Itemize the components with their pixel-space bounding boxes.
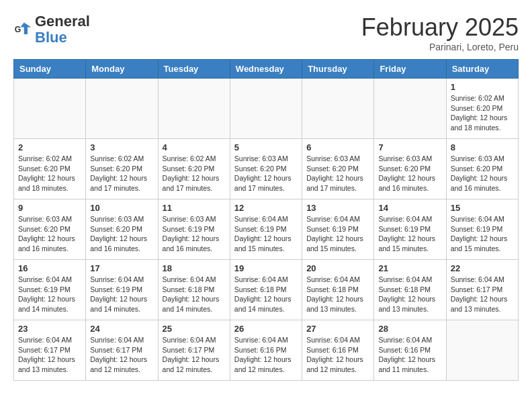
day-number: 24 [90, 324, 153, 334]
calendar-cell: 27Sunrise: 6:04 AM Sunset: 6:16 PM Dayli… [302, 320, 374, 381]
svg-marker-1 [21, 23, 32, 35]
calendar-cell: 22Sunrise: 6:04 AM Sunset: 6:17 PM Dayli… [446, 260, 518, 320]
day-info: Sunrise: 6:02 AM Sunset: 6:20 PM Dayligh… [451, 93, 514, 133]
day-info: Sunrise: 6:04 AM Sunset: 6:16 PM Dayligh… [234, 335, 298, 375]
calendar-cell: 1Sunrise: 6:02 AM Sunset: 6:20 PM Daylig… [446, 79, 518, 139]
day-info: Sunrise: 6:02 AM Sunset: 6:20 PM Dayligh… [163, 154, 226, 193]
day-info: Sunrise: 6:04 AM Sunset: 6:19 PM Dayligh… [306, 214, 369, 254]
calendar-cell: 9Sunrise: 6:03 AM Sunset: 6:20 PM Daylig… [14, 199, 86, 260]
day-info: Sunrise: 6:04 AM Sunset: 6:19 PM Dayligh… [18, 275, 81, 314]
calendar-cell: 4Sunrise: 6:02 AM Sunset: 6:20 PM Daylig… [158, 139, 230, 199]
day-number: 1 [451, 82, 514, 92]
day-number: 28 [378, 324, 441, 334]
calendar-cell: 15Sunrise: 6:04 AM Sunset: 6:19 PM Dayli… [446, 199, 518, 260]
day-number: 5 [234, 142, 298, 152]
calendar-cell: 6Sunrise: 6:03 AM Sunset: 6:20 PM Daylig… [302, 139, 374, 199]
day-info: Sunrise: 6:04 AM Sunset: 6:19 PM Dayligh… [234, 214, 298, 254]
calendar-cell: 13Sunrise: 6:04 AM Sunset: 6:19 PM Dayli… [302, 199, 374, 260]
calendar-cell [446, 320, 518, 381]
calendar-cell: 2Sunrise: 6:02 AM Sunset: 6:20 PM Daylig… [14, 139, 86, 199]
calendar-cell: 19Sunrise: 6:04 AM Sunset: 6:18 PM Dayli… [230, 260, 302, 320]
day-info: Sunrise: 6:04 AM Sunset: 6:19 PM Dayligh… [451, 214, 514, 254]
day-info: Sunrise: 6:02 AM Sunset: 6:20 PM Dayligh… [90, 154, 153, 193]
day-number: 14 [378, 203, 441, 213]
day-info: Sunrise: 6:04 AM Sunset: 6:18 PM Dayligh… [306, 275, 369, 314]
day-number: 2 [18, 142, 81, 152]
calendar-cell [158, 79, 230, 139]
day-number: 23 [18, 324, 81, 334]
month-title: February 2025 [361, 13, 519, 42]
calendar-table: SundayMondayTuesdayWednesdayThursdayFrid… [13, 59, 519, 381]
weekday-header-tuesday: Tuesday [158, 60, 230, 79]
day-number: 11 [163, 203, 226, 213]
logo: G General Blue [13, 13, 90, 46]
day-number: 8 [451, 142, 514, 152]
calendar-cell: 5Sunrise: 6:03 AM Sunset: 6:20 PM Daylig… [230, 139, 302, 199]
calendar-cell: 7Sunrise: 6:03 AM Sunset: 6:20 PM Daylig… [374, 139, 446, 199]
calendar-cell: 12Sunrise: 6:04 AM Sunset: 6:19 PM Dayli… [230, 199, 302, 260]
calendar-cell [86, 79, 158, 139]
day-info: Sunrise: 6:03 AM Sunset: 6:20 PM Dayligh… [306, 154, 369, 193]
day-info: Sunrise: 6:03 AM Sunset: 6:20 PM Dayligh… [90, 214, 153, 254]
day-number: 15 [451, 203, 514, 213]
calendar-cell: 20Sunrise: 6:04 AM Sunset: 6:18 PM Dayli… [302, 260, 374, 320]
calendar-cell: 25Sunrise: 6:04 AM Sunset: 6:17 PM Dayli… [158, 320, 230, 381]
calendar-cell: 21Sunrise: 6:04 AM Sunset: 6:18 PM Dayli… [374, 260, 446, 320]
logo-blue: Blue [35, 29, 67, 46]
day-number: 12 [234, 203, 298, 213]
calendar-cell: 26Sunrise: 6:04 AM Sunset: 6:16 PM Dayli… [230, 320, 302, 381]
day-info: Sunrise: 6:03 AM Sunset: 6:20 PM Dayligh… [378, 154, 441, 193]
day-number: 27 [306, 324, 369, 334]
calendar-cell: 18Sunrise: 6:04 AM Sunset: 6:18 PM Dayli… [158, 260, 230, 320]
day-number: 6 [306, 142, 369, 152]
calendar-cell [302, 79, 374, 139]
day-info: Sunrise: 6:02 AM Sunset: 6:20 PM Dayligh… [18, 154, 81, 193]
calendar-cell: 28Sunrise: 6:04 AM Sunset: 6:16 PM Dayli… [374, 320, 446, 381]
day-info: Sunrise: 6:04 AM Sunset: 6:16 PM Dayligh… [378, 335, 441, 375]
day-number: 20 [306, 263, 369, 273]
title-area: February 2025 Parinari, Loreto, Peru [361, 13, 519, 52]
day-info: Sunrise: 6:04 AM Sunset: 6:18 PM Dayligh… [378, 275, 441, 314]
day-info: Sunrise: 6:04 AM Sunset: 6:17 PM Dayligh… [451, 275, 514, 314]
weekday-header-friday: Friday [374, 60, 446, 79]
day-info: Sunrise: 6:04 AM Sunset: 6:18 PM Dayligh… [234, 275, 298, 314]
weekday-header-sunday: Sunday [14, 60, 86, 79]
day-info: Sunrise: 6:04 AM Sunset: 6:19 PM Dayligh… [378, 214, 441, 254]
weekday-header-saturday: Saturday [446, 60, 518, 79]
day-number: 10 [90, 203, 153, 213]
day-info: Sunrise: 6:04 AM Sunset: 6:17 PM Dayligh… [90, 335, 153, 375]
logo-general: General [35, 13, 90, 30]
calendar-cell: 23Sunrise: 6:04 AM Sunset: 6:17 PM Dayli… [14, 320, 86, 381]
calendar-cell: 17Sunrise: 6:04 AM Sunset: 6:19 PM Dayli… [86, 260, 158, 320]
page-header: G General Blue February 2025 Parinari, L… [13, 13, 519, 52]
day-number: 22 [451, 263, 514, 273]
day-number: 16 [18, 263, 81, 273]
day-info: Sunrise: 6:03 AM Sunset: 6:20 PM Dayligh… [234, 154, 298, 193]
calendar-week-3: 9Sunrise: 6:03 AM Sunset: 6:20 PM Daylig… [14, 199, 519, 260]
day-number: 26 [234, 324, 298, 334]
calendar-cell [230, 79, 302, 139]
day-number: 9 [18, 203, 81, 213]
day-info: Sunrise: 6:04 AM Sunset: 6:18 PM Dayligh… [163, 275, 226, 314]
day-info: Sunrise: 6:04 AM Sunset: 6:16 PM Dayligh… [306, 335, 369, 375]
day-info: Sunrise: 6:03 AM Sunset: 6:20 PM Dayligh… [451, 154, 514, 193]
weekday-header-monday: Monday [86, 60, 158, 79]
day-number: 25 [163, 324, 226, 334]
calendar-week-5: 23Sunrise: 6:04 AM Sunset: 6:17 PM Dayli… [14, 320, 519, 381]
day-number: 19 [234, 263, 298, 273]
day-number: 4 [163, 142, 226, 152]
calendar-cell: 8Sunrise: 6:03 AM Sunset: 6:20 PM Daylig… [446, 139, 518, 199]
weekday-header-thursday: Thursday [302, 60, 374, 79]
calendar-cell: 10Sunrise: 6:03 AM Sunset: 6:20 PM Dayli… [86, 199, 158, 260]
day-number: 13 [306, 203, 369, 213]
calendar-cell: 11Sunrise: 6:03 AM Sunset: 6:19 PM Dayli… [158, 199, 230, 260]
calendar-cell [374, 79, 446, 139]
day-number: 18 [163, 263, 226, 273]
day-info: Sunrise: 6:04 AM Sunset: 6:19 PM Dayligh… [90, 275, 153, 314]
logo-icon: G [13, 20, 32, 39]
day-info: Sunrise: 6:03 AM Sunset: 6:20 PM Dayligh… [18, 214, 81, 254]
calendar-cell [14, 79, 86, 139]
location: Parinari, Loreto, Peru [361, 42, 519, 52]
day-info: Sunrise: 6:03 AM Sunset: 6:19 PM Dayligh… [163, 214, 226, 254]
weekday-header-wednesday: Wednesday [230, 60, 302, 79]
